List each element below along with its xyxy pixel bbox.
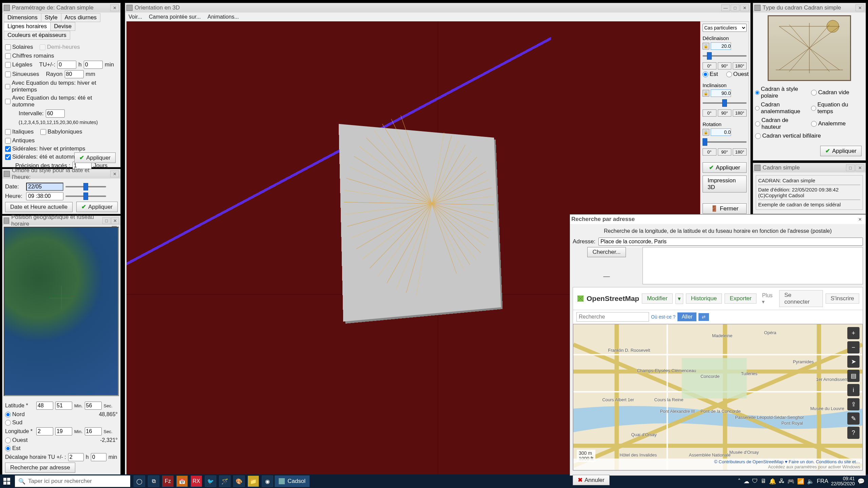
cb-romains[interactable]: Chiffres romains <box>5 53 54 59</box>
tz-m[interactable] <box>91 453 106 461</box>
pinned-app-4[interactable]: 🐦 <box>205 475 216 487</box>
decl-0[interactable]: 0° <box>703 62 716 69</box>
taskbar-search[interactable]: 🔍Taper ici pour rechercher <box>15 475 130 487</box>
rb-bifilaire[interactable]: Cadran vertical bifilaire <box>755 133 859 139</box>
orient-apply-button[interactable]: ✔Appliquer <box>703 162 747 173</box>
intervalle-input[interactable] <box>46 109 65 118</box>
tab-arcs[interactable]: Arcs diurnes <box>61 13 100 22</box>
osm-map[interactable]: MadeleineOpéraFranklin D. RooseveltChamp… <box>573 324 863 470</box>
tab-lignes[interactable]: Lignes horaires <box>4 22 51 31</box>
osm-historique[interactable]: Historique <box>686 293 722 304</box>
rb-polaire[interactable]: Cadran à style polaire <box>755 86 803 99</box>
incl-lock-icon[interactable]: 🔒 <box>703 90 709 97</box>
tu-hours[interactable] <box>57 61 76 69</box>
minimize-button[interactable]: — <box>721 4 730 11</box>
pinned-app-6[interactable]: 🎨 <box>233 475 245 487</box>
start-button[interactable] <box>0 474 14 488</box>
taskview-icon[interactable]: ⧉ <box>148 475 159 487</box>
osm-modifier-dd[interactable]: ▾ <box>675 293 683 304</box>
param-apply-button[interactable]: ✔Appliquer <box>74 152 116 163</box>
type-apply-button[interactable]: ✔Appliquer <box>820 146 862 156</box>
heure-input[interactable] <box>26 192 63 200</box>
incl-90[interactable]: 90° <box>718 109 732 117</box>
date-input[interactable] <box>26 183 63 191</box>
cas-select[interactable]: Cas particuliers <box>703 24 747 32</box>
osm-modifier[interactable]: Modifier <box>642 293 672 304</box>
adresse-input[interactable] <box>598 238 863 246</box>
cortana-icon[interactable]: ◯ <box>134 475 145 487</box>
close-button[interactable]: ✕ <box>855 164 864 171</box>
cb-sid-ete[interactable]: Sidérales: été et automne <box>5 154 78 160</box>
incl-0[interactable]: 0° <box>703 109 716 117</box>
close-button[interactable]: ✕ <box>855 4 864 11</box>
lon-sec[interactable] <box>85 427 102 435</box>
tab-couleurs[interactable]: Couleurs et épaisseurs <box>4 31 70 40</box>
map-zoom-out[interactable]: − <box>847 341 860 353</box>
rb-eqtemps[interactable]: Equation du temps <box>811 101 859 115</box>
rb-decl-ouest[interactable]: Ouest <box>726 71 749 78</box>
decl-slider[interactable] <box>703 53 747 59</box>
map-zoom-in[interactable]: + <box>847 327 860 339</box>
incl-slider[interactable] <box>703 100 747 106</box>
tab-style[interactable]: Style <box>41 13 61 22</box>
osm-directions-icon[interactable]: ⇄ <box>698 313 709 321</box>
rb-nord[interactable]: Nord <box>5 411 25 418</box>
cb-babyloniques[interactable]: Babyloniques <box>40 128 82 135</box>
geo-map[interactable] <box>4 227 119 396</box>
rot-0[interactable]: 0° <box>703 148 716 156</box>
incl-input[interactable] <box>711 89 731 97</box>
lat-sec[interactable] <box>85 402 102 410</box>
map-key-icon[interactable]: i <box>847 384 860 396</box>
decl-lock-icon[interactable]: 🔒 <box>703 43 709 49</box>
map-share-icon[interactable]: ⇪ <box>847 398 860 410</box>
lon-deg[interactable] <box>36 427 53 435</box>
rot-lock-icon[interactable]: 🔒 <box>703 129 709 136</box>
close-button[interactable]: ✕ <box>855 216 864 223</box>
rot-90[interactable]: 90° <box>718 148 732 156</box>
maximize-button[interactable]: □ <box>731 4 739 11</box>
rb-ouest[interactable]: Ouest <box>5 437 27 444</box>
cb-sinueuses[interactable]: Sinueuses <box>5 71 39 78</box>
geo-search-button[interactable]: Recherche par adresse <box>5 463 75 473</box>
osm-exporter[interactable]: Exporter <box>725 293 756 304</box>
print3d-button[interactable]: Impression 3D <box>703 176 747 192</box>
decl-180[interactable]: 180° <box>733 62 747 69</box>
orient-close-button[interactable]: 🚪Fermer <box>703 203 747 214</box>
map-layers-icon[interactable]: ▤ <box>847 370 860 382</box>
tu-min[interactable] <box>84 61 103 69</box>
rb-est[interactable]: Est <box>5 445 21 452</box>
tab-devise[interactable]: Devise <box>50 22 75 31</box>
incl-180[interactable]: 180° <box>733 109 747 117</box>
rb-vide[interactable]: Cadran vide <box>811 86 859 99</box>
maximize-button[interactable]: □ <box>102 217 110 224</box>
rb-decl-est[interactable]: Est <box>703 71 718 78</box>
cb-eq-ete[interactable]: Avec Equation du temps: été et automne <box>5 95 113 108</box>
osm-search-input[interactable] <box>576 312 649 322</box>
rot-slider[interactable] <box>703 139 747 145</box>
decl-90[interactable]: 90° <box>718 62 732 69</box>
cb-italiques[interactable]: Italiques <box>5 128 34 135</box>
cb-solaires[interactable]: Solaires <box>5 44 33 50</box>
rb-sud[interactable]: Sud <box>5 419 22 426</box>
addr-result[interactable] <box>643 247 863 284</box>
map-locate-icon[interactable]: ➤ <box>847 355 860 368</box>
map-query-icon[interactable]: ? <box>847 427 860 439</box>
close-button[interactable]: ✕ <box>740 4 749 11</box>
maximize-button[interactable]: □ <box>846 164 855 171</box>
rb-analemmatique[interactable]: Cadran analemmatique <box>755 101 803 115</box>
osm-where[interactable]: Où est-ce ? <box>651 314 675 320</box>
tab-dimensions[interactable]: Dimensions <box>4 13 41 22</box>
chrome-icon[interactable]: ◉ <box>262 475 273 487</box>
close-button[interactable]: ✕ <box>110 170 119 177</box>
tz-h[interactable] <box>68 453 84 461</box>
osm-seconnecter[interactable]: Se connecter <box>779 290 823 307</box>
pinned-app-2[interactable]: 📅 <box>176 475 188 487</box>
close-button[interactable]: ✕ <box>111 217 119 224</box>
lat-deg[interactable] <box>36 402 53 410</box>
lon-min[interactable] <box>55 427 72 435</box>
task-cadsol[interactable]: Cadsol <box>275 475 310 487</box>
pinned-app-5[interactable]: 🪄 <box>219 475 231 487</box>
cb-legales[interactable]: Légales <box>5 61 33 68</box>
explorer-icon[interactable]: 📁 <box>248 475 259 487</box>
menu-animations[interactable]: Animations... <box>208 14 239 20</box>
